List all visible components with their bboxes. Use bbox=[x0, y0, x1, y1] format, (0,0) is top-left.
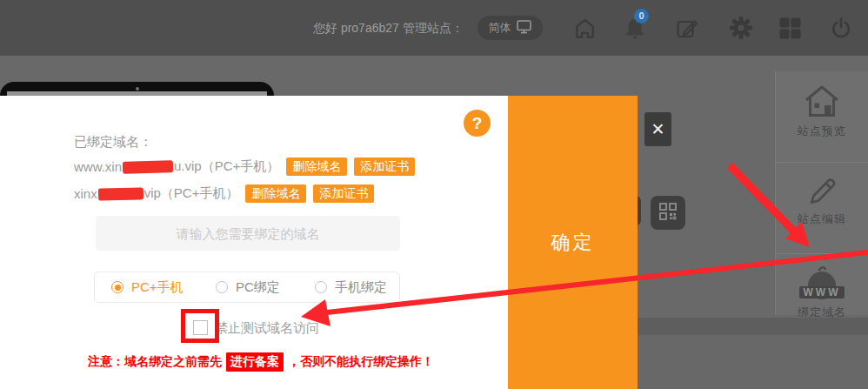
radio-mobile-bind[interactable]: 手机绑定 bbox=[315, 272, 387, 302]
close-icon[interactable]: ✕ bbox=[644, 112, 671, 146]
power-icon[interactable] bbox=[829, 16, 853, 40]
pencil-icon bbox=[804, 173, 840, 210]
domain-text-prefix: www.xin bbox=[74, 159, 122, 174]
tablet-camera-dot bbox=[136, 87, 139, 91]
radio-label: PC绑定 bbox=[236, 279, 280, 296]
qr-code-button[interactable] bbox=[651, 196, 685, 230]
do-filing-link[interactable]: 进行备案 bbox=[226, 352, 284, 372]
page: 您好 pro7a6b27 管理站点： 简体 0 bbox=[0, 0, 868, 389]
notification-badge: 0 bbox=[634, 9, 649, 23]
topbar: 您好 pro7a6b27 管理站点： 简体 0 bbox=[0, 0, 868, 56]
domain-text-suffix: u.vip（PC+手机） bbox=[174, 158, 279, 175]
add-certificate-button[interactable]: 添加证书 bbox=[354, 158, 415, 176]
monitor-icon bbox=[517, 20, 532, 37]
filing-warning: 注意：域名绑定之前需先 进行备案 ，否则不能执行绑定操作！ bbox=[88, 352, 434, 372]
domain-text-prefix: xinx bbox=[74, 186, 97, 201]
bound-domain-row: xinxvip（PC+手机） 删除域名 添加证书 bbox=[74, 184, 374, 203]
sidebar-item-label: 站点编辑 bbox=[776, 211, 868, 227]
sidebar-item-label: 绑定域名 bbox=[776, 305, 868, 320]
dialog-body: ? 已绑定域名： www.xinu.vip（PC+手机） 删除域名 添加证书 x… bbox=[0, 96, 508, 389]
site-tools-sidebar: 站点预览 站点编辑 WWW 绑定域名 bbox=[775, 71, 868, 315]
gear-icon[interactable] bbox=[729, 16, 753, 40]
add-certificate-button[interactable]: 添加证书 bbox=[313, 184, 374, 203]
house-icon bbox=[802, 82, 842, 122]
language-label: 简体 bbox=[489, 20, 511, 36]
sidebar-item-site-edit[interactable]: 站点编辑 bbox=[776, 173, 868, 254]
radio-selected-icon bbox=[111, 281, 124, 293]
delete-domain-button[interactable]: 删除域名 bbox=[286, 158, 347, 176]
sidebar-item-site-preview[interactable]: 站点预览 bbox=[776, 82, 868, 163]
radio-label: 手机绑定 bbox=[335, 279, 387, 296]
language-switch-button[interactable]: 简体 bbox=[477, 16, 543, 40]
delete-domain-button[interactable]: 删除域名 bbox=[245, 184, 306, 203]
warning-prefix: 注意：域名绑定之前需先 bbox=[88, 354, 222, 370]
radio-pc-bind[interactable]: PC绑定 bbox=[216, 272, 280, 302]
qr-code-icon bbox=[658, 202, 678, 225]
user-greeting: 您好 pro7a6b27 bbox=[313, 0, 399, 56]
redaction-scribble bbox=[123, 160, 173, 174]
sidebar-item-bind-domain[interactable]: WWW 绑定域名 bbox=[776, 265, 868, 345]
home-icon[interactable] bbox=[572, 16, 597, 40]
warning-suffix: ，否则不能执行绑定操作！ bbox=[288, 354, 434, 370]
edit-icon[interactable] bbox=[675, 16, 699, 40]
sidebar-item-label: 站点预览 bbox=[776, 124, 868, 139]
radio-unselected-icon bbox=[315, 281, 327, 293]
bind-mode-group: PC+手机 PC绑定 手机绑定 bbox=[94, 272, 400, 303]
annotation-highlight-box bbox=[181, 309, 219, 343]
bound-domains-label: 已绑定域名： bbox=[74, 134, 152, 151]
redaction-scribble bbox=[98, 187, 144, 200]
domain-input[interactable] bbox=[96, 216, 400, 251]
help-icon[interactable]: ? bbox=[464, 110, 491, 137]
radio-pc-and-mobile[interactable]: PC+手机 bbox=[111, 272, 184, 302]
domain-text-suffix: vip（PC+手机） bbox=[144, 185, 239, 202]
www-globe-icon: WWW bbox=[798, 265, 845, 303]
radio-unselected-icon bbox=[216, 281, 228, 293]
bound-domain-row: www.xinu.vip（PC+手机） 删除域名 添加证书 bbox=[74, 158, 415, 176]
confirm-button[interactable]: 确定 bbox=[508, 96, 638, 389]
checkbox-label: 禁止测试域名访问 bbox=[215, 320, 319, 337]
grid-icon[interactable] bbox=[778, 16, 802, 40]
radio-label: PC+手机 bbox=[131, 279, 184, 296]
svg-text:WWW: WWW bbox=[804, 286, 841, 298]
bind-domain-dialog: ? 已绑定域名： www.xinu.vip（PC+手机） 删除域名 添加证书 x… bbox=[0, 96, 638, 389]
manage-site-label: 管理站点： bbox=[403, 0, 464, 56]
